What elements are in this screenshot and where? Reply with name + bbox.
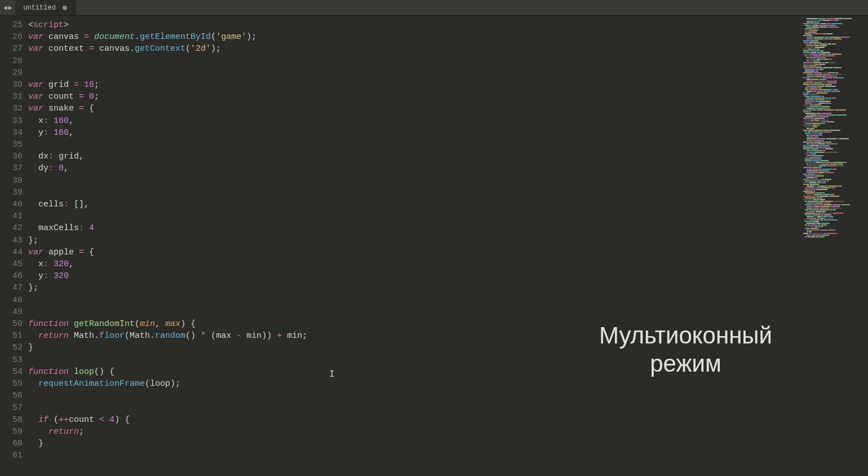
- line-number: 40: [2, 199, 23, 210]
- code-line[interactable]: [28, 294, 800, 306]
- line-number: 58: [2, 414, 23, 426]
- line-number: 35: [2, 139, 23, 151]
- code-line[interactable]: var grid = 16;: [28, 79, 800, 91]
- line-number: 51: [2, 330, 23, 342]
- line-number: 38: [2, 175, 23, 187]
- tab-bar: ◀ ▶ untitled: [0, 0, 868, 16]
- line-number: 57: [2, 402, 23, 414]
- line-number-gutter: 2526272829303132333435363738394041424344…: [0, 16, 28, 476]
- line-number: 56: [2, 390, 23, 402]
- line-number: 52: [2, 342, 23, 354]
- code-line[interactable]: };: [28, 235, 800, 246]
- code-line[interactable]: [28, 187, 800, 199]
- line-number: 50: [2, 318, 23, 330]
- line-number: 26: [2, 31, 23, 43]
- code-line[interactable]: var apple = {: [28, 246, 800, 258]
- code-line[interactable]: y: 320: [28, 270, 800, 282]
- line-number: 61: [2, 449, 23, 461]
- code-area[interactable]: <script>var canvas = document.getElement…: [28, 16, 800, 476]
- code-line[interactable]: };: [28, 282, 800, 294]
- line-number: 29: [2, 67, 23, 79]
- nav-arrows: ◀ ▶: [0, 0, 15, 15]
- code-line[interactable]: [28, 210, 800, 222]
- line-number: 25: [2, 19, 23, 31]
- line-number: 31: [2, 91, 23, 103]
- code-line[interactable]: var count = 0;: [28, 91, 800, 103]
- line-number: 37: [2, 162, 23, 174]
- line-number: 42: [2, 222, 23, 234]
- code-line[interactable]: if (++count < 4) {: [28, 414, 800, 426]
- line-number: 30: [2, 79, 23, 91]
- code-line[interactable]: x: 320,: [28, 258, 800, 270]
- line-number: 59: [2, 426, 23, 438]
- line-number: 34: [2, 127, 23, 139]
- code-line[interactable]: [28, 402, 800, 414]
- line-number: 36: [2, 151, 23, 162]
- code-line[interactable]: }: [28, 342, 800, 354]
- line-number: 28: [2, 55, 23, 67]
- code-line[interactable]: return;: [28, 426, 800, 438]
- line-number: 47: [2, 282, 23, 294]
- tab-title: untitled: [23, 4, 56, 12]
- line-number: 27: [2, 43, 23, 55]
- code-line[interactable]: var snake = {: [28, 103, 800, 114]
- line-number: 33: [2, 115, 23, 127]
- text-cursor-icon: I: [329, 369, 335, 380]
- code-line[interactable]: dx: grid,: [28, 151, 800, 162]
- unsaved-dot-icon: [63, 6, 67, 10]
- code-line[interactable]: [28, 55, 800, 67]
- code-line[interactable]: var canvas = document.getElementById('ga…: [28, 31, 800, 43]
- line-number: 54: [2, 366, 23, 378]
- line-number: 45: [2, 258, 23, 270]
- line-number: 48: [2, 294, 23, 306]
- line-number: 41: [2, 210, 23, 222]
- code-line[interactable]: [28, 175, 800, 187]
- code-line[interactable]: cells: [],: [28, 199, 800, 210]
- code-line[interactable]: <script>: [28, 19, 800, 31]
- code-line[interactable]: }: [28, 438, 800, 449]
- code-line[interactable]: [28, 390, 800, 402]
- code-line[interactable]: return Math.floor(Math.random() * (max -…: [28, 330, 800, 342]
- line-number: 46: [2, 270, 23, 282]
- code-line[interactable]: dy: 0,: [28, 162, 800, 174]
- nav-forward-icon[interactable]: ▶: [8, 4, 12, 11]
- line-number: 43: [2, 235, 23, 246]
- line-number: 49: [2, 306, 23, 318]
- line-number: 55: [2, 378, 23, 390]
- code-line[interactable]: [28, 449, 800, 461]
- editor: 2526272829303132333435363738394041424344…: [0, 16, 868, 476]
- line-number: 53: [2, 354, 23, 366]
- tab-untitled[interactable]: untitled: [15, 0, 76, 15]
- code-line[interactable]: function getRandomInt(min, max) {: [28, 318, 800, 330]
- code-line[interactable]: x: 160,: [28, 115, 800, 127]
- line-number: 60: [2, 438, 23, 449]
- code-line[interactable]: requestAnimationFrame(loop);: [28, 378, 800, 390]
- line-number: 44: [2, 246, 23, 258]
- code-line[interactable]: [28, 67, 800, 79]
- code-line[interactable]: function loop() {: [28, 366, 800, 378]
- nav-back-icon[interactable]: ◀: [3, 4, 7, 11]
- minimap[interactable]: [800, 16, 868, 476]
- code-line[interactable]: [28, 354, 800, 366]
- code-line[interactable]: [28, 306, 800, 318]
- code-line[interactable]: var context = canvas.getContext('2d');: [28, 43, 800, 55]
- code-line[interactable]: y: 160,: [28, 127, 800, 139]
- code-line[interactable]: maxCells: 4: [28, 222, 800, 234]
- line-number: 39: [2, 187, 23, 199]
- line-number: 32: [2, 103, 23, 114]
- code-line[interactable]: [28, 139, 800, 151]
